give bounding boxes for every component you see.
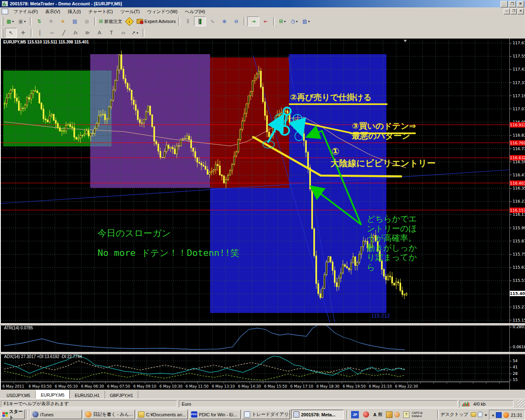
windows-logo-icon: [2, 412, 8, 417]
chart-tab-gbpjpy-h1[interactable]: GBPJPY,H1: [105, 391, 138, 399]
metaeditor-button[interactable]: !: [124, 17, 135, 26]
menu-item-4[interactable]: ツール(T): [116, 7, 144, 16]
resize-grip[interactable]: [518, 399, 525, 407]
ellipse-tool-button[interactable]: ○: [118, 28, 129, 37]
ime-pen-icon[interactable]: [386, 411, 393, 418]
price-tick: [510, 96, 511, 96]
navigator-button[interactable]: ✛: [46, 17, 57, 26]
menu-item-6[interactable]: ヘルプ(H): [181, 7, 209, 16]
taskbar-button-1[interactable]: 日記を書く - みん...: [83, 410, 135, 419]
tray-app-icon-blue[interactable]: [496, 412, 502, 418]
tray-app-icon-orange[interactable]: [503, 412, 509, 418]
terminal-button[interactable]: ▤: [69, 17, 80, 26]
menu-item-2[interactable]: 挿入(I): [64, 7, 84, 16]
expert-advisors-button[interactable]: Expert Advisors: [136, 17, 176, 26]
red-level-price-label: 116.933: [510, 122, 525, 128]
chart-tab-eurusd-h1[interactable]: EURUSD,H1: [70, 391, 105, 399]
panel-separator[interactable]: [0, 323, 525, 326]
child-restore-button[interactable]: ❐: [511, 9, 517, 14]
menu-item-0[interactable]: ファイル(F): [10, 7, 41, 16]
auto-scroll-button[interactable]: ⇥: [247, 16, 259, 26]
ime-pad-icon[interactable]: [394, 412, 400, 418]
chart-tab-usdjpy-m5[interactable]: USDJPY,M5: [2, 391, 36, 399]
taskbar-button-2[interactable]: C:¥Documents an...: [136, 410, 188, 419]
price-tick: [510, 43, 511, 43]
taskbar-button-0[interactable]: iTunes: [30, 410, 82, 419]
channel-tool-button[interactable]: ⫽E: [70, 28, 81, 37]
minimize-button[interactable]: _: [500, 1, 508, 7]
menu-item-3[interactable]: チャート(C): [84, 7, 116, 16]
strategy-tester-button[interactable]: ◎: [81, 17, 92, 26]
document-icon[interactable]: [478, 412, 482, 417]
taskbar-button-4[interactable]: トレードダイアリーテ...: [242, 410, 290, 419]
favorites-button[interactable]: ★: [57, 17, 68, 26]
annotation-step3-line2[interactable]: 最悪のパターン: [352, 131, 410, 141]
annotation-slogan-title[interactable]: 今日のスローガン: [98, 228, 171, 239]
templates-button[interactable]: ▧▼: [301, 17, 312, 26]
zoom-in-button[interactable]: ⊕: [219, 17, 230, 26]
taskbar-button-5[interactable]: 2001578: Meta...: [291, 410, 344, 419]
restore-button[interactable]: ❐: [509, 1, 516, 7]
price-axis[interactable]: 117.675117.555117.435117.315117.195117.0…: [509, 39, 525, 390]
bar-chart-button[interactable]: ⫼: [182, 17, 193, 26]
crosshair-tool-button[interactable]: ✛: [18, 28, 29, 37]
price-tick: [510, 307, 511, 307]
fibonacci-tool-button[interactable]: ≡F: [82, 28, 93, 37]
menu-item-5[interactable]: ウィンドウ(W): [144, 7, 181, 16]
folder-icon[interactable]: [471, 412, 476, 417]
ime-input-mode[interactable]: A: [373, 412, 377, 417]
trendline-tool-button[interactable]: ╱: [58, 28, 69, 37]
annotation-step3-line1[interactable]: ③買いのドテン⇒: [352, 121, 416, 131]
annotation-step1-text[interactable]: 大陰線にビビリエントリー: [331, 158, 436, 169]
tray-collapse-icon[interactable]: «: [492, 413, 494, 418]
annotation-step2[interactable]: ②再び売りで仕掛ける: [290, 93, 372, 103]
text-label-tool-button[interactable]: T: [106, 28, 117, 37]
chart-shift-button[interactable]: ⇤: [260, 17, 271, 26]
red-level-price-label: 116.632: [510, 155, 525, 160]
line-chart-button[interactable]: ∿: [207, 17, 218, 26]
ime-jp-icon[interactable]: JP: [351, 411, 359, 418]
annotation-step1-number[interactable]: ①: [331, 146, 339, 157]
child-close-button[interactable]: ✕: [518, 9, 524, 14]
indicators-button[interactable]: ⊞▼: [277, 17, 288, 26]
ime-tool-icon[interactable]: [363, 411, 369, 418]
time-label: 6 May 19:50: [342, 384, 365, 388]
annotation-entry-note[interactable]: どちらかでエ ントリーのほ うが高確率。 動きがしっか り定まってか ら: [367, 214, 417, 272]
annotation-rect-price-label[interactable]: 115.212: [371, 313, 390, 319]
menu-item-1[interactable]: 表示(V): [41, 7, 64, 16]
start-button[interactable]: スタート: [1, 410, 25, 419]
arrows-tool-button[interactable]: ↗▼: [130, 28, 141, 37]
annotation-slogan-body[interactable]: No more ドテン！！Dotenn!!笑: [98, 248, 239, 258]
price-tick: [510, 228, 511, 228]
vertical-line-tool-button[interactable]: │: [34, 28, 46, 37]
toolbar-grip[interactable]: [1, 28, 3, 37]
text-tool-button[interactable]: A: [94, 28, 105, 37]
price-label: 116.355: [513, 186, 525, 190]
task-label: PDIC for Win - Ei...: [199, 412, 237, 417]
desktop-toolbar-label[interactable]: デスクトップ: [441, 411, 468, 418]
horizontal-line-tool-button[interactable]: ─: [46, 28, 57, 37]
ime-conversion-mode[interactable]: 般: [378, 411, 383, 418]
ime-caps-kana[interactable]: CAPS ⧉KANA ▾: [412, 411, 422, 418]
new-order-button[interactable]: ⊞新規注文: [98, 17, 123, 26]
separator: [143, 29, 144, 37]
indicator-scale-label: 41: [513, 365, 518, 369]
new-chart-button[interactable]: ▦▼: [5, 17, 16, 26]
time-axis[interactable]: 6 May 20116 May 03:506 May 05:106 May 06…: [1, 382, 509, 390]
chart-window-icon[interactable]: [2, 9, 8, 14]
candlestick-chart-button[interactable]: [194, 16, 206, 26]
zoom-out-button[interactable]: ⊖: [231, 17, 242, 26]
cursor-tool-button[interactable]: ↖: [5, 28, 17, 38]
close-button[interactable]: ✕: [517, 1, 524, 7]
profiles-button[interactable]: ▣▼: [17, 17, 28, 26]
price-chart[interactable]: [1, 39, 509, 390]
ime-help-icon[interactable]: ?: [403, 411, 409, 418]
toolbar-grip[interactable]: [1, 17, 3, 26]
timeframes-button[interactable]: ◷▼: [289, 17, 300, 26]
chart-tab-eurjpy-m5[interactable]: EURJPY,M5: [36, 390, 70, 399]
taskbar-button-3[interactable]: PDICPDIC for Win - Ei...: [189, 410, 241, 419]
chevron-more-icon[interactable]: »: [485, 412, 487, 417]
taskbar-divider: [26, 410, 27, 419]
child-minimize-button[interactable]: ─: [504, 9, 510, 14]
market-watch-button[interactable]: ⇅: [34, 17, 45, 26]
